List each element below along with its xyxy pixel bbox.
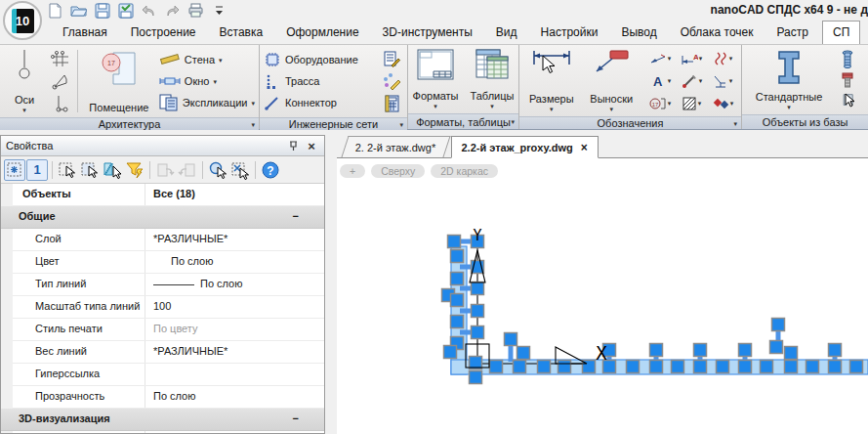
ucs-y-label[interactable]: Y xyxy=(473,227,481,244)
invert-selection-button[interactable] xyxy=(102,159,123,181)
selection-grip[interactable] xyxy=(451,273,464,285)
break-line-button[interactable]: ▾ xyxy=(707,52,738,65)
hatch-button[interactable]: ▾ xyxy=(676,97,707,110)
selection-grip[interactable] xyxy=(739,344,752,357)
collapse-icon[interactable]: − xyxy=(293,206,299,228)
new-file-icon[interactable] xyxy=(47,2,63,19)
selection-grip[interactable] xyxy=(517,347,530,360)
property-section[interactable]: Общие− xyxy=(1,206,324,229)
property-section[interactable]: 3D-визуализация− xyxy=(1,409,324,431)
section-mark-button[interactable]: ▾ xyxy=(644,52,676,65)
specification-button[interactable] xyxy=(380,49,403,69)
ribbon-tab-9[interactable]: Облака точек xyxy=(671,22,764,44)
selection-grip[interactable] xyxy=(761,361,773,373)
apply-properties-button[interactable] xyxy=(177,159,198,181)
calculation-button[interactable] xyxy=(380,93,403,113)
viewport-control-2[interactable]: Сверху xyxy=(371,164,425,178)
ribbon-tab-2[interactable]: Построение xyxy=(121,22,206,44)
selection-grip[interactable] xyxy=(538,361,551,373)
property-row[interactable]: Гиперссылка xyxy=(13,364,324,386)
selection-grip[interactable] xyxy=(490,361,503,373)
property-value[interactable]: По слою xyxy=(145,251,324,273)
ribbon-tab-3[interactable]: Вставка xyxy=(210,22,273,44)
route-button[interactable]: Трасса xyxy=(264,70,376,92)
selection-grip[interactable] xyxy=(470,371,482,384)
properties-panel-header[interactable]: Свойства × xyxy=(1,136,324,156)
multi-marker-button[interactable]: ▾ xyxy=(707,97,738,110)
leaders-button[interactable]: Выноски ▾ xyxy=(583,47,641,114)
viewport-control-3[interactable]: 2D каркас xyxy=(431,164,498,178)
ribbon-tab-1[interactable]: Главная xyxy=(53,22,117,44)
show-count-toggle[interactable]: 1 xyxy=(26,159,48,181)
select-objects-button[interactable] xyxy=(57,159,78,181)
selection-grip[interactable] xyxy=(650,361,663,373)
insert-object-button[interactable] xyxy=(836,90,859,110)
selection-grip[interactable] xyxy=(694,361,707,373)
selection-grip[interactable] xyxy=(451,316,464,328)
drawing-canvas[interactable]: +Сверху2D каркас YX xyxy=(337,158,868,434)
connector-button[interactable]: Коннектор xyxy=(264,92,376,113)
ribbon-tab-11[interactable]: СП xyxy=(822,21,860,44)
wall-button[interactable]: Стена ▾ xyxy=(159,49,255,70)
schedules-button[interactable]: Экспликации ▾ xyxy=(159,92,255,113)
save-icon[interactable] xyxy=(94,2,110,19)
axes-grid-button[interactable] xyxy=(49,49,72,69)
property-value[interactable]: 100 xyxy=(145,296,324,318)
dim-text-button[interactable]: A ▾ xyxy=(676,52,707,65)
save-all-icon[interactable] xyxy=(117,2,134,19)
formats-button[interactable]: Форматы ▾ xyxy=(410,47,462,111)
selection-grip[interactable] xyxy=(770,341,783,354)
ribbon-tab-8[interactable]: Вывод xyxy=(611,22,666,44)
group-label-architecture[interactable]: Архитектура▾ xyxy=(0,117,259,130)
selection-grip[interactable] xyxy=(694,344,707,357)
group-label-networks[interactable]: Инженерные сети▾ xyxy=(260,117,407,130)
close-icon[interactable]: × xyxy=(304,139,319,153)
ribbon-tab-5[interactable]: 3D-инструменты xyxy=(373,22,482,44)
axes-arc-button[interactable] xyxy=(49,71,72,92)
property-value[interactable]: *РАЗЛИЧНЫЕ* xyxy=(145,341,324,363)
property-row[interactable]: ОбъектыВсе (18) xyxy=(13,184,324,206)
selection-grip[interactable] xyxy=(627,361,640,373)
position-mark-button[interactable]: 17 ▾ xyxy=(644,97,676,110)
collapse-icon[interactable]: − xyxy=(293,409,299,430)
group-label-formats[interactable]: Форматы, таблицы▾ xyxy=(408,113,518,129)
weld-mark-button[interactable]: ▾ xyxy=(707,74,738,88)
property-row[interactable]: Масштаб типа линий100 xyxy=(13,296,324,319)
property-row[interactable]: Слой*РАЗЛИЧНЫЕ* xyxy=(13,229,324,251)
selection-grip[interactable] xyxy=(505,333,517,346)
selection-grip[interactable] xyxy=(472,282,484,295)
selection-grip[interactable] xyxy=(472,326,484,339)
marker-button[interactable]: ▾ xyxy=(676,74,707,88)
selection-grip[interactable] xyxy=(558,361,571,373)
selection-grip[interactable] xyxy=(451,250,464,263)
standard-parts-button[interactable]: Стандартные ▾ xyxy=(745,47,833,112)
selection-grip[interactable] xyxy=(785,361,798,373)
property-row[interactable]: Вес линий*РАЗЛИЧНЫЕ* xyxy=(13,341,324,364)
selection-grip[interactable] xyxy=(829,361,842,373)
selection-grip[interactable] xyxy=(451,294,464,307)
route-edit-button[interactable] xyxy=(380,71,403,92)
selection-grip[interactable] xyxy=(785,347,798,360)
open-file-icon[interactable] xyxy=(70,2,87,19)
property-row[interactable]: ЦветПо слою xyxy=(13,251,324,274)
quick-access-more-icon[interactable] xyxy=(211,2,227,19)
dimensions-button[interactable]: Размеры ▾ xyxy=(522,47,581,114)
single-axis-button[interactable] xyxy=(49,93,72,113)
filter-button[interactable] xyxy=(124,159,145,181)
pin-icon[interactable] xyxy=(288,140,304,152)
selection-grip[interactable] xyxy=(772,319,785,331)
selection-grip[interactable] xyxy=(806,361,819,373)
select-window-button[interactable] xyxy=(79,159,101,181)
screw-button[interactable] xyxy=(836,69,859,90)
window-button[interactable]: Окно ▾ xyxy=(159,70,255,92)
selection-grip[interactable] xyxy=(472,305,484,318)
property-row[interactable]: Стиль печатиПо цвету xyxy=(13,319,324,341)
document-tab-1[interactable]: 2. 2-й этаж.dwg* xyxy=(341,136,450,157)
property-row[interactable]: ПрозрачностьПо слою xyxy=(13,386,324,409)
copy-properties-button[interactable] xyxy=(154,159,176,181)
ucs-x-label[interactable]: X xyxy=(596,342,607,364)
selection-grip[interactable] xyxy=(850,361,863,373)
property-value[interactable]: По слою xyxy=(145,386,324,408)
property-value[interactable] xyxy=(145,364,324,385)
ribbon-tab-4[interactable]: Оформление xyxy=(276,22,368,44)
